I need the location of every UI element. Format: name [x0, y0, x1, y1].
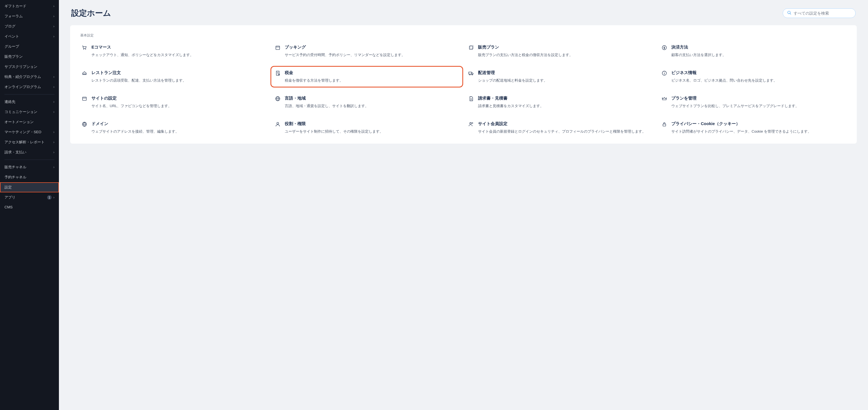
card-body: サイト会員設定サイト会員の新規登録とログインのセキュリティ、プロフィールのプライ…: [478, 121, 652, 134]
sidebar-item[interactable]: グループ: [0, 41, 59, 52]
settings-card[interactable]: 税金税金を徴収する方法を管理します。: [274, 69, 460, 85]
card-title: ビジネス情報: [671, 70, 845, 75]
settings-card[interactable]: 請求書・見積書請求書と見積書をカスタマイズします。: [467, 95, 653, 110]
receipt-icon: [275, 70, 281, 76]
settings-card[interactable]: ビジネス情報ビジネス名、ロゴ、ビジネス拠点、問い合わせ先を設定します。: [660, 69, 847, 85]
card-body: プランを管理ウェブサイトプランを比較し、プレミアムサービスをアップグレードします…: [671, 96, 845, 109]
sidebar-item-label: マーケティング・SEO: [4, 130, 53, 135]
card-description: 顧客の支払い方法を選択します。: [671, 52, 845, 58]
sidebar-item[interactable]: 予約チャネル: [0, 172, 59, 182]
person-icon: [275, 121, 281, 127]
settings-card[interactable]: 販売プラン販売プランの支払い方法と税金の徴収方法を設定します。: [467, 43, 653, 59]
sidebar-item-label: イベント: [4, 34, 53, 39]
sidebar-badge: 1: [47, 195, 52, 200]
sidebar-item[interactable]: サブスクリプション: [0, 62, 59, 72]
svg-line-1: [790, 13, 791, 14]
sidebar-divider: [4, 94, 55, 95]
sidebar-item[interactable]: CMS: [0, 202, 59, 212]
settings-card[interactable]: 役割・権限ユーザーをサイト制作に招待して、その権限を設定します。: [274, 120, 460, 135]
section-heading: 基本設定: [80, 33, 847, 38]
card-description: レストランの店頭受取、配達、支払い方法を管理します。: [91, 78, 266, 83]
world-icon: [81, 121, 88, 127]
dollar-icon: [661, 44, 668, 51]
settings-card[interactable]: 言語・地域言語、地域・通貨を設定し、サイトを翻訳します。: [274, 95, 460, 110]
chevron-right-icon: ›: [53, 14, 55, 18]
sidebar-item[interactable]: アクセス解析・レポート›: [0, 137, 59, 147]
settings-card[interactable]: ドメインウェブサイトのアドレスを接続、管理、編集します。: [80, 120, 267, 135]
sidebar-item[interactable]: コミュニケーション›: [0, 107, 59, 117]
chevron-right-icon: ›: [53, 34, 55, 38]
sidebar-item[interactable]: ブログ›: [0, 21, 59, 31]
chevron-right-icon: ›: [53, 140, 55, 144]
settings-card[interactable]: プランを管理ウェブサイトプランを比較し、プレミアムサービスをアップグレードします…: [660, 95, 847, 110]
sidebar-item[interactable]: フォーラム›: [0, 11, 59, 21]
settings-card[interactable]: 決済方法顧客の支払い方法を選択します。: [660, 43, 847, 59]
sidebar-item[interactable]: マーケティング・SEO›: [0, 127, 59, 137]
settings-card[interactable]: レストラン注文レストランの店頭受取、配達、支払い方法を管理します。: [80, 69, 267, 85]
sidebar: ギフトカード›フォーラム›ブログ›イベント›グループ販売プランサブスクリプション…: [0, 0, 59, 410]
card-title: Eコマース: [91, 44, 266, 50]
card-description: 言語、地域・通貨を設定し、サイトを翻訳します。: [285, 103, 459, 109]
lock-icon: [661, 121, 668, 127]
card-body: レストラン注文レストランの店頭受取、配達、支払い方法を管理します。: [91, 70, 266, 83]
sidebar-item-label: アクセス解析・レポート: [4, 140, 53, 145]
sidebar-item-label: サブスクリプション: [4, 64, 55, 69]
card-body: 請求書・見積書請求書と見積書をカスタマイズします。: [478, 96, 652, 109]
chevron-right-icon: ›: [53, 4, 55, 8]
card-description: サイト会員の新規登録とログインのセキュリティ、プロフィールのプライバシーと権限を…: [478, 129, 652, 134]
sidebar-item[interactable]: 特典・紹介プログラム›: [0, 72, 59, 82]
chevron-right-icon: ›: [53, 110, 55, 114]
sidebar-item[interactable]: アプリ1›: [0, 192, 59, 202]
card-title: 言語・地域: [285, 96, 459, 101]
cart-icon: [81, 44, 88, 51]
main-content: 設定ホーム 基本設定 Eコマースチェックアウト、通知、ポリシーなどをカスタマイズ…: [59, 0, 868, 410]
card-title: レストラン注文: [91, 70, 266, 75]
card-description: ウェブサイトのアドレスを接続、管理、編集します。: [91, 129, 266, 134]
sidebar-item[interactable]: 請求・支払い›: [0, 147, 59, 157]
card-title: 配送管理: [478, 70, 652, 75]
settings-card[interactable]: サイトの設定サイト名、URL、ファビコンなどを管理します。: [80, 95, 267, 110]
sidebar-item-label: フォーラム: [4, 14, 53, 19]
browser-icon: [81, 96, 88, 102]
card-title: サイトの設定: [91, 96, 266, 101]
sidebar-item[interactable]: 販売チャネル›: [0, 162, 59, 172]
calendar-icon: [275, 44, 281, 51]
sidebar-item-label: 特典・紹介プログラム: [4, 74, 53, 80]
sidebar-item[interactable]: 連絡先›: [0, 97, 59, 107]
card-body: 販売プラン販売プランの支払い方法と税金の徴収方法を設定します。: [478, 44, 652, 58]
sidebar-item-label: CMS: [4, 205, 55, 209]
card-description: サイト訪問者がサイトのプライバシー、データ、Cookie を管理できるようにしま…: [671, 129, 845, 134]
card-description: サービス予約の受付時間、予約ポリシー、リマンダーなどを設定します。: [285, 52, 459, 58]
card-title: 販売プラン: [478, 44, 652, 50]
settings-card[interactable]: Eコマースチェックアウト、通知、ポリシーなどをカスタマイズします。: [80, 43, 267, 59]
chevron-right-icon: ›: [53, 165, 55, 169]
crown-icon: [661, 96, 668, 102]
search-input[interactable]: [794, 11, 851, 15]
card-title: 税金: [285, 70, 459, 75]
card-title: プランを管理: [671, 96, 845, 101]
sidebar-item[interactable]: オートメーション: [0, 117, 59, 127]
card-body: プライバシー・Cookie（クッキー）サイト訪問者がサイトのプライバシー、データ…: [671, 121, 845, 134]
settings-card[interactable]: 配送管理ショップの配送地域と料金を設定します。: [467, 69, 653, 85]
sidebar-item[interactable]: イベント›: [0, 31, 59, 41]
doc-icon: [468, 96, 474, 102]
search-icon: [787, 10, 792, 16]
sidebar-item[interactable]: 販売プラン: [0, 52, 59, 62]
sidebar-item[interactable]: ギフトカード›: [0, 1, 59, 11]
settings-card[interactable]: ブッキングサービス予約の受付時間、予約ポリシー、リマンダーなどを設定します。: [274, 43, 460, 59]
dish-icon: [81, 70, 88, 76]
card-body: 配送管理ショップの配送地域と料金を設定します。: [478, 70, 652, 83]
card-description: チェックアウト、通知、ポリシーなどをカスタマイズします。: [91, 52, 266, 58]
sidebar-item[interactable]: 設定: [0, 182, 59, 192]
card-body: ビジネス情報ビジネス名、ロゴ、ビジネス拠点、問い合わせ先を設定します。: [671, 70, 845, 83]
card-description: ウェブサイトプランを比較し、プレミアムサービスをアップグレードします。: [671, 103, 845, 109]
sidebar-item-label: オートメーション: [4, 120, 55, 125]
card-body: Eコマースチェックアウト、通知、ポリシーなどをカスタマイズします。: [91, 44, 266, 58]
settings-card[interactable]: プライバシー・Cookie（クッキー）サイト訪問者がサイトのプライバシー、データ…: [660, 120, 847, 135]
settings-card[interactable]: サイト会員設定サイト会員の新規登録とログインのセキュリティ、プロフィールのプライ…: [467, 120, 653, 135]
sidebar-item-label: 設定: [4, 185, 55, 190]
chevron-right-icon: ›: [53, 24, 55, 28]
search-box[interactable]: [783, 8, 856, 18]
card-body: 決済方法顧客の支払い方法を選択します。: [671, 44, 845, 58]
sidebar-item[interactable]: オンラインプログラム›: [0, 82, 59, 92]
